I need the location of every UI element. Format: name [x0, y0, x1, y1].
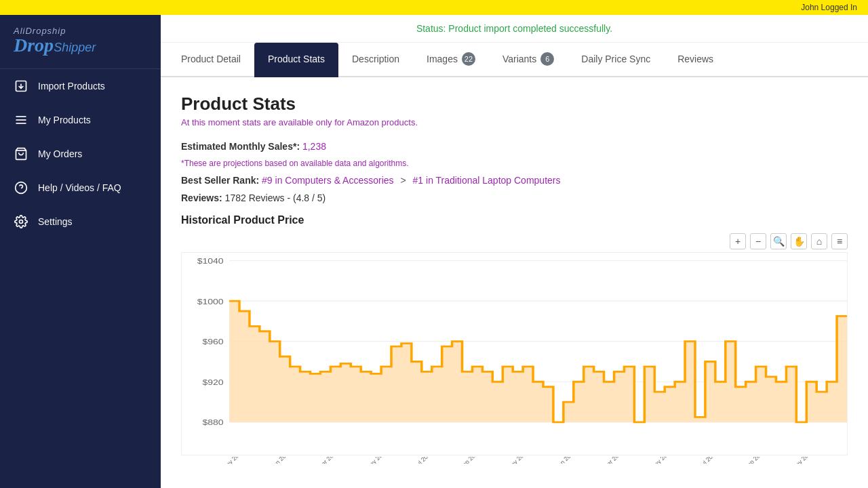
menu-button[interactable]: ≡ [831, 233, 848, 249]
estimated-sales-row: Estimated Monthly Sales*: 1,238 [181, 141, 848, 152]
zoom-in-button[interactable]: + [730, 233, 746, 249]
zoom-box-button[interactable]: 🔍 [770, 233, 787, 249]
bsr-row: Best Seller Rank: #9 in Computers & Acce… [181, 175, 848, 186]
x-label: Jan 2021 [269, 457, 292, 464]
logo-sub: Shipper [54, 41, 96, 55]
tab-product-stats[interactable]: Product Stats [254, 43, 338, 77]
x-label: Jul 2021 [413, 457, 434, 464]
sidebar-item-settings[interactable]: Settings [0, 205, 161, 239]
sidebar: AliDropship Drop Shipper Import Products [0, 15, 161, 488]
tab-reviews[interactable]: Reviews [664, 43, 727, 77]
reviews-row: Reviews: 1782 Reviews - (4.8 / 5) [181, 192, 848, 203]
sidebar-item-import-products[interactable]: Import Products [0, 69, 161, 103]
bag-icon [14, 146, 28, 161]
bsr-arrow: > [400, 175, 406, 186]
svg-text:$920: $920 [202, 378, 223, 386]
sidebar-item-label-help: Help / Videos / FAQ [38, 182, 121, 193]
bsr-primary[interactable]: #9 in Computers & Accessories [262, 175, 394, 186]
download-icon [14, 79, 28, 94]
sidebar-nav: Import Products My Products [0, 69, 161, 239]
tab-description[interactable]: Description [338, 43, 413, 77]
estimated-sales-value: 1,238 [302, 141, 326, 152]
chart-title: Historical Product Price [181, 214, 848, 226]
x-label: Sep 2021 [458, 457, 481, 464]
top-bar: John Logged In [0, 0, 868, 15]
list-icon [14, 113, 28, 127]
x-label: May 2021 [365, 457, 389, 464]
tab-product-detail[interactable]: Product Detail [167, 43, 254, 77]
sales-note: *These are projections based on availabl… [181, 159, 848, 168]
sidebar-item-label-orders: My Orders [38, 148, 82, 159]
main-content: Product Stats At this moment stats are a… [161, 77, 868, 488]
images-badge: 22 [462, 52, 475, 66]
logo-area: AliDropship Drop Shipper [0, 15, 161, 69]
tab-variants[interactable]: Variants 6 [489, 43, 568, 77]
x-label: Sep 2022 [743, 457, 766, 464]
sidebar-item-my-orders[interactable]: My Orders [0, 137, 161, 171]
svg-text:$1000: $1000 [197, 297, 224, 306]
x-label: Mar 2022 [601, 457, 625, 464]
x-label: Nov 2020 [222, 457, 245, 464]
chart-section: Historical Product Price + − 🔍 ✋ ⌂ ≡ [181, 214, 848, 464]
reviews-label: Reviews: [181, 192, 222, 203]
logo-main: Drop [14, 36, 54, 55]
x-label: May 2022 [650, 457, 673, 464]
question-icon [14, 180, 28, 195]
variants-badge: 6 [540, 52, 554, 66]
pan-button[interactable]: ✋ [791, 233, 807, 249]
sidebar-item-help[interactable]: Help / Videos / FAQ [0, 171, 161, 205]
x-label: Nov 2021 [507, 457, 530, 464]
svg-text:$1040: $1040 [197, 256, 224, 265]
zoom-out-button[interactable]: − [750, 233, 766, 249]
tabs-bar: Product Detail Product Stats Description… [161, 43, 868, 77]
svg-marker-19 [229, 301, 847, 422]
x-label: Jul 2022 [698, 457, 719, 464]
tab-daily-price-sync[interactable]: Daily Price Sync [568, 43, 664, 77]
status-message: Status: Product import completed success… [416, 23, 612, 34]
gear-icon [14, 214, 28, 229]
svg-text:$880: $880 [202, 418, 223, 427]
chart-toolbar: + − 🔍 ✋ ⌂ ≡ [181, 233, 848, 249]
home-button[interactable]: ⌂ [811, 233, 827, 249]
page-title: Product Stats [181, 94, 848, 115]
bsr-label: Best Seller Rank: [181, 175, 259, 186]
x-label: Mar 2021 [317, 457, 340, 464]
svg-text:$960: $960 [202, 338, 223, 346]
tab-images[interactable]: Images 22 [413, 43, 489, 77]
x-label: Nov 2022 [791, 457, 814, 464]
sidebar-item-label-settings: Settings [38, 216, 73, 227]
sidebar-item-my-products[interactable]: My Products [0, 103, 161, 137]
user-info: John Logged In [801, 3, 857, 12]
price-chart: $1040 $1000 $960 $920 $880 [181, 252, 848, 455]
estimated-sales-label: Estimated Monthly Sales*: [181, 141, 300, 152]
sidebar-item-label-products: My Products [38, 115, 91, 125]
svg-point-8 [20, 220, 23, 224]
reviews-value: 1782 Reviews - (4.8 / 5) [225, 192, 326, 203]
bsr-secondary[interactable]: #1 in Traditional Laptop Computers [413, 175, 561, 186]
content-area: Status: Product import completed success… [161, 15, 868, 488]
status-bar: Status: Product import completed success… [161, 15, 868, 43]
sidebar-item-label-import: Import Products [38, 81, 105, 92]
x-label: Jan 2022 [555, 457, 577, 464]
page-subtitle: At this moment stats are available only … [181, 117, 848, 127]
